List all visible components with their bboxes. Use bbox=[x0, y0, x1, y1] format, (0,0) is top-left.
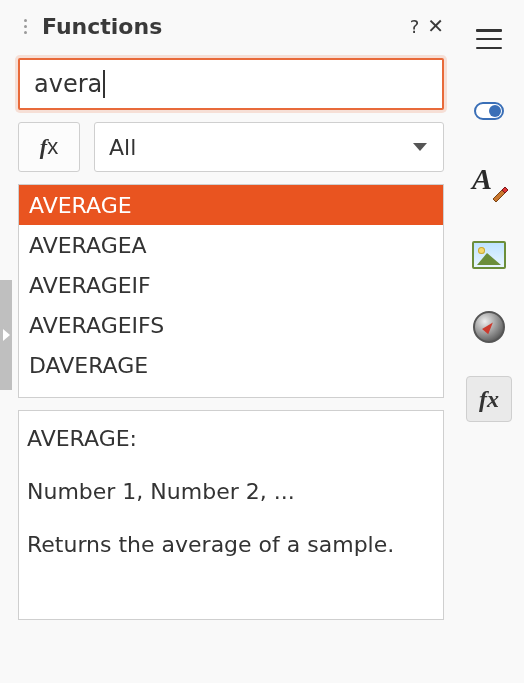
toggle-icon bbox=[474, 102, 504, 120]
function-name: DAVERAGE bbox=[29, 353, 148, 378]
function-name: AVERAGEA bbox=[29, 233, 147, 258]
function-description: AVERAGE: Number 1, Number 2, ... Returns… bbox=[18, 410, 444, 620]
panel-collapse-handle[interactable] bbox=[0, 280, 12, 390]
category-selected: All bbox=[109, 135, 136, 160]
sidebar-tab-gallery[interactable] bbox=[466, 232, 512, 278]
sidebar-tab-properties[interactable] bbox=[466, 88, 512, 134]
gallery-icon bbox=[472, 241, 506, 269]
chevron-down-icon bbox=[413, 143, 427, 151]
list-item[interactable]: AVERAGEA bbox=[19, 225, 443, 265]
chevron-right-icon bbox=[3, 329, 10, 341]
search-input-value: avera bbox=[34, 70, 102, 98]
sidebar-tabs: A fx bbox=[454, 0, 524, 683]
description-text: Returns the average of a sample. bbox=[27, 527, 435, 562]
fx-icon: fx bbox=[479, 386, 499, 413]
insert-function-button[interactable]: fx bbox=[18, 122, 80, 172]
description-syntax: Number 1, Number 2, ... bbox=[27, 474, 435, 509]
close-button[interactable]: ✕ bbox=[427, 14, 444, 38]
sidebar-tab-styles[interactable]: A bbox=[466, 160, 512, 206]
panel-title: Functions bbox=[42, 14, 410, 39]
function-name: AVERAGEIF bbox=[29, 273, 151, 298]
function-list: AVERAGE AVERAGEA AVERAGEIF AVERAGEIFS DA… bbox=[18, 184, 444, 398]
list-item[interactable]: AVERAGEIFS bbox=[19, 305, 443, 345]
controls-row: fx All bbox=[18, 122, 444, 172]
sidebar-tab-functions[interactable]: fx bbox=[466, 376, 512, 422]
function-name: AVERAGEIFS bbox=[29, 313, 164, 338]
function-name: AVERAGE bbox=[29, 193, 132, 218]
functions-panel: Functions ? ✕ avera fx All AVERAGE AVERA… bbox=[0, 0, 454, 683]
hamburger-icon bbox=[476, 29, 502, 49]
sidebar-tab-navigator[interactable] bbox=[466, 304, 512, 350]
category-dropdown[interactable]: All bbox=[94, 122, 444, 172]
list-item[interactable]: DAVERAGE bbox=[19, 345, 443, 385]
description-heading: AVERAGE: bbox=[27, 421, 435, 456]
help-button[interactable]: ? bbox=[410, 16, 420, 37]
sidebar-menu-button[interactable] bbox=[466, 16, 512, 62]
search-input[interactable]: avera bbox=[18, 58, 444, 110]
list-item[interactable]: AVERAGE bbox=[19, 185, 443, 225]
panel-header: Functions ? ✕ bbox=[18, 6, 444, 46]
drag-handle-icon[interactable] bbox=[18, 19, 32, 34]
list-item[interactable]: AVERAGEIF bbox=[19, 265, 443, 305]
styles-icon: A bbox=[472, 166, 506, 200]
text-caret bbox=[103, 70, 105, 98]
fx-icon: fx bbox=[40, 134, 58, 160]
compass-icon bbox=[473, 311, 505, 343]
